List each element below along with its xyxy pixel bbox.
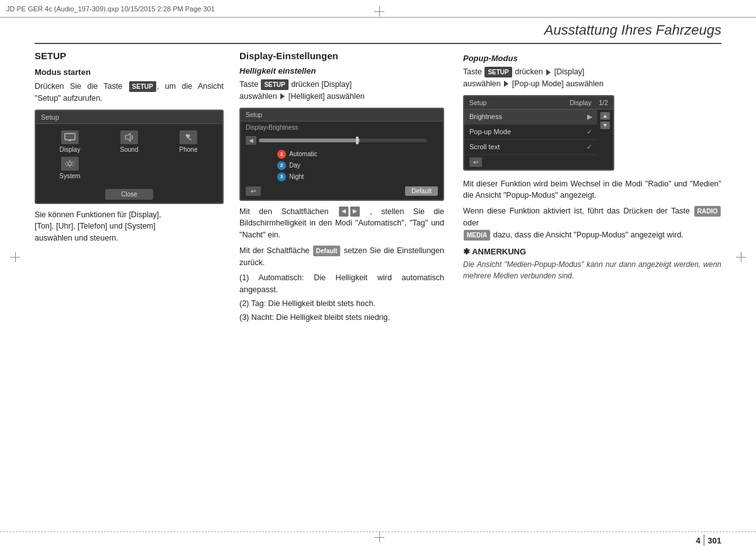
setup-para2: Sie können Funktionen für [Display], [To…: [35, 209, 224, 244]
popup-subtitle: Popup-Modus: [463, 54, 721, 63]
screen-item-phone: Phone: [161, 130, 216, 153]
option-night-row: 3 Night: [246, 173, 438, 181]
num-item3: (3) Nacht: Die Helligkeit bleibt stets n…: [239, 312, 444, 324]
system-icon: [61, 157, 79, 171]
option3-num: 3: [277, 173, 286, 181]
anmerkung-text: Die Ansicht "Medien-Popup-Modus" kann nu…: [463, 259, 721, 281]
right-arrow-btn[interactable]: ▶: [350, 207, 360, 217]
slider-left-btn[interactable]: ◀: [246, 136, 256, 145]
screen-label-sound: Sound: [120, 146, 139, 153]
file-info: JD PE GER 4c (Audio_197-309).qxp 10/15/2…: [6, 5, 215, 13]
crosshair-top: [374, 6, 384, 16]
default-btn-inline: Default: [313, 246, 341, 256]
srs-label-popup: Pop-up Mode: [469, 128, 511, 135]
bright-screen-title: Setup: [241, 109, 443, 122]
scroll-up-btn[interactable]: ▲: [600, 112, 610, 120]
helligkeit-subtitle: Helligkeit einstellen: [239, 66, 444, 76]
crosshair-left: [10, 252, 20, 262]
col-right: Popup-Modus Taste SETUP drücken [Display…: [457, 50, 721, 520]
anmerkung-box: ✱ ANMERKUNG Die Ansicht "Medien-Popup-Mo…: [463, 247, 721, 281]
arrow-buttons: ◀ ▶: [339, 207, 360, 217]
phone-icon: [180, 130, 197, 144]
bright-default-row: ↩ Default: [246, 184, 438, 196]
srs-row-scroll[interactable]: Scroll text ✓: [464, 140, 597, 155]
middle-para1: Taste SETUP drücken [Display] auswählen …: [239, 79, 444, 103]
screen-label-phone: Phone: [180, 146, 198, 153]
srs-row-popup[interactable]: Pop-up Mode ✓: [464, 125, 597, 140]
screen-item-system: System: [42, 157, 98, 179]
right-para2: Mit dieser Funktion wird beim Wechsel in…: [463, 178, 721, 202]
arrow-right-right2: [504, 81, 508, 87]
option-automatic-row: 1 Automatic: [246, 150, 438, 159]
brightness-screen: Setup Display›Brightness ◀ 1 Automatic: [239, 108, 444, 201]
arrow-right-right1: [546, 69, 551, 76]
srs-scrollbar: ▲ ▼: [597, 110, 613, 169]
middle-para3: Mit der Schaltfläche Default setzen Sie …: [239, 245, 444, 269]
page-title: Ausstattung Ihres Fahrzeugs: [544, 22, 721, 38]
setup-para1: Drücken Sie die Taste SETUP, um die Ansi…: [35, 81, 224, 105]
right-para1: Taste SETUP drücken [Display] auswählen …: [463, 66, 721, 90]
svg-rect-0: [65, 133, 75, 140]
svg-marker-2: [125, 133, 130, 141]
screen-label-display: Display: [60, 146, 81, 153]
num-item1: (1) Automatisch: Die Helligkeit wird aut…: [239, 272, 444, 296]
close-button-area: Close: [36, 186, 222, 203]
col-left: SETUP Modus starten Drücken Sie die Tast…: [35, 50, 236, 520]
setup-button-inline-right: SETUP: [484, 67, 512, 77]
num-list: (1) Automatisch: Die Helligkeit wird aut…: [239, 272, 444, 323]
brightness-slider[interactable]: [259, 139, 427, 142]
main-content: SETUP Modus starten Drücken Sie die Tast…: [35, 50, 721, 520]
anmerkung-title: ✱ ANMERKUNG: [463, 247, 721, 256]
bright-options-area: ◀ 1 Automatic 2 Day: [241, 132, 443, 200]
title-underline: [35, 43, 721, 44]
setup-screen-left: Setup Display Sound: [35, 110, 224, 204]
footer-divider: [704, 535, 705, 546]
srs-check-scroll: ✓: [587, 143, 592, 151]
svg-point-3: [68, 162, 72, 166]
middle-para2: Mit den Schaltflächen ◀ ▶ , stellen Sie …: [239, 206, 444, 241]
screen-item-sound: Sound: [101, 130, 157, 153]
srs-title-bar: Setup Display 1/2: [464, 96, 613, 110]
option1-label: Automatic: [289, 151, 317, 157]
option-day-row: 2 Day: [246, 161, 438, 170]
popup-screen: Setup Display 1/2 Brightness ▶ Pop-up Mo…: [463, 95, 614, 171]
srs-check-popup: ✓: [587, 128, 592, 136]
setup-button-inline-middle: SETUP: [261, 79, 288, 90]
screen-grid-left: Display Sound Phone: [36, 124, 222, 186]
display-section-title: Display-Einstellungen: [239, 50, 444, 61]
num-item2: (2) Tag: Die Helligkeit bleibt stets hoc…: [239, 298, 444, 310]
slider-row: ◀: [246, 136, 438, 145]
scroll-down-btn[interactable]: ▼: [600, 122, 610, 129]
option2-num: 2: [277, 161, 286, 170]
screen-title-left: Setup: [36, 111, 222, 124]
close-button[interactable]: Close: [105, 189, 153, 200]
modus-starten-title: Modus starten: [35, 67, 224, 77]
screen-label-system: System: [59, 173, 80, 179]
srs-label-brightness: Brightness: [469, 113, 502, 120]
display-icon: [61, 130, 79, 144]
arrow-right-middle: [280, 93, 285, 99]
srs-row-brightness[interactable]: Brightness ▶: [464, 110, 597, 125]
option1-num: 1: [277, 150, 286, 159]
srs-label-scroll: Scroll text: [469, 143, 500, 151]
bright-subtitle: Display›Brightness: [241, 122, 443, 132]
srs-arrow-brightness: ▶: [587, 113, 592, 121]
srs-back-btn[interactable]: ↩: [469, 157, 482, 167]
left-arrow-btn[interactable]: ◀: [339, 207, 348, 217]
setup-section-title: SETUP: [35, 50, 224, 61]
slider-thumb: [356, 137, 358, 144]
option2-label: Day: [289, 162, 301, 169]
screen-item-display: Display: [42, 130, 98, 153]
option3-label: Night: [289, 173, 304, 180]
bright-default-btn[interactable]: Default: [405, 186, 438, 196]
bright-back-btn[interactable]: ↩: [246, 186, 261, 196]
srs-rows: Brightness ▶ Pop-up Mode ✓ Scroll text ✓…: [464, 110, 597, 169]
sound-icon: [120, 130, 138, 144]
srs-content: Brightness ▶ Pop-up Mode ✓ Scroll text ✓…: [464, 110, 613, 169]
srs-title-text: Setup: [469, 99, 486, 106]
footer-chapter: 4: [696, 536, 701, 545]
crosshair-right: [736, 252, 746, 262]
footer-page: 4 301: [696, 535, 721, 546]
right-para3: Wenn diese Funktion aktiviert ist, führt…: [463, 205, 721, 241]
col-middle: Display-Einstellungen Helligkeit einstel…: [236, 50, 457, 520]
